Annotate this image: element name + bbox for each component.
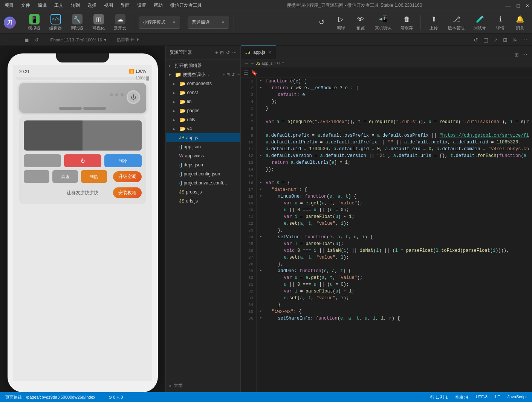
fold-12[interactable]: ▾	[260, 152, 266, 159]
back-button[interactable]: ←	[3, 36, 11, 44]
tab-close-button[interactable]: ×	[268, 49, 271, 55]
test-action[interactable]: 🧪 测试号	[471, 12, 489, 32]
collapse-icon[interactable]: ⋯	[232, 50, 237, 55]
folder-lib[interactable]: ▸ 📂 lib	[166, 97, 241, 106]
file-project-config[interactable]: {} project.config.json	[166, 169, 241, 178]
more-icon[interactable]: ⋯	[521, 36, 529, 44]
code-content[interactable]: ▾ ▾ ▾	[257, 78, 532, 392]
menu-file[interactable]: 文件	[20, 2, 32, 9]
menu-settings[interactable]: 设置	[136, 2, 148, 9]
real-debug-action[interactable]: 📲 真机调试	[372, 12, 394, 32]
file-deps-json[interactable]: {} deps.json	[166, 160, 241, 169]
clear-cache-action[interactable]: 🗑 清缓存	[397, 12, 416, 32]
add-file-icon[interactable]: +	[223, 72, 225, 77]
debugger-tool[interactable]: 🔧 调试器	[68, 12, 86, 32]
breadcrumb-nav-fwd[interactable]: →	[250, 61, 254, 65]
install-badge[interactable]: 安装教程	[113, 187, 142, 198]
folder-v4[interactable]: ▸ 📂 v4	[166, 124, 241, 133]
more-project-icon[interactable]: ⋯	[236, 72, 240, 77]
folder-utils[interactable]: ▸ 📂 utils	[166, 115, 241, 124]
open-editors-section[interactable]: ▸ 打开的编辑器	[166, 61, 241, 70]
status-encoding[interactable]: UTF-8	[474, 394, 489, 400]
forward-button[interactable]: →	[13, 36, 21, 44]
ac-btn-gray-2[interactable]	[24, 170, 49, 183]
status-errors[interactable]: ⊘ 0 △ 0	[107, 395, 124, 400]
device-label[interactable]: iPhone 12/13 (Pro) 100% 16 ▼	[47, 38, 110, 42]
maximize-button[interactable]: □	[517, 3, 520, 9]
fold-17[interactable]: ▾	[260, 186, 266, 193]
menu-tools[interactable]: 工具	[53, 2, 65, 9]
ac-heat-btn[interactable]: 制热	[81, 170, 107, 183]
qr-icon[interactable]: ⊞	[501, 36, 509, 44]
editor-tool[interactable]: </> 编辑器	[46, 12, 65, 32]
add-folder-icon[interactable]: ⊞	[226, 72, 230, 77]
project-root[interactable]: ▾ 📁 便携空调小... + ⊞ ↺ ⋯	[166, 70, 241, 79]
fold-2[interactable]: ▾	[260, 85, 266, 91]
menu-select[interactable]: 选择	[86, 2, 98, 9]
preview-action[interactable]: 👁 预览	[352, 12, 369, 32]
user-avatar[interactable]: 刀	[4, 17, 16, 29]
code-editor[interactable]: 1 2 3 4 5 6 7 8 9 10 11 12 13 14 15 16 1…	[241, 78, 532, 392]
refresh-files-icon[interactable]: ↺	[226, 50, 230, 55]
menu-goto[interactable]: 转到	[69, 2, 81, 9]
refresh-project-icon[interactable]: ↺	[231, 72, 235, 77]
format-icon[interactable]: ☰	[244, 70, 249, 76]
upload-action[interactable]: ⬆ 上传	[425, 12, 442, 32]
status-spaces[interactable]: 空格: 4	[454, 394, 469, 400]
status-language[interactable]: JavaScript	[506, 394, 528, 400]
status-path[interactable]: 页面路径：/pages/cbygz9da3j50000dw26g/index	[4, 394, 97, 400]
menu-interface[interactable]: 界面	[119, 2, 131, 9]
folder-pages[interactable]: ▸ 📂 pages	[166, 106, 241, 115]
file-props-js[interactable]: JS props.js	[166, 187, 241, 196]
file-app-js[interactable]: JS app.js	[166, 133, 241, 142]
new-file-icon[interactable]: +	[215, 50, 218, 55]
fold-16[interactable]: ▾	[260, 180, 266, 186]
menu-devtools[interactable]: 微信开发者工具	[169, 2, 203, 9]
breadcrumb-nav-back[interactable]: ←	[245, 61, 249, 65]
rotate-icon[interactable]: ↺	[472, 36, 480, 44]
mode-dropdown[interactable]: 小程序模式 ▼	[139, 17, 180, 29]
cloud-tool[interactable]: ☁ 云开发	[111, 12, 129, 32]
fold-24[interactable]: ▾	[260, 234, 266, 241]
version-action[interactable]: ⎇ 版本管理	[445, 12, 468, 32]
visualize-tool[interactable]: ◫ 可视化	[89, 12, 108, 32]
file-project-private[interactable]: {} project.private.config.js...	[166, 178, 241, 187]
simulator-tool[interactable]: 📱 模拟器	[25, 12, 43, 32]
close-button[interactable]: ×	[526, 3, 529, 9]
details-action[interactable]: ℹ 详情	[492, 12, 509, 32]
fold-36[interactable]: ▾	[260, 315, 266, 322]
screenshot-icon[interactable]: ◫	[482, 36, 490, 44]
new-folder-icon[interactable]: ⊞	[220, 50, 224, 55]
fold-1[interactable]: ▾	[260, 78, 266, 85]
ac-cool-btn[interactable]: 制冷	[104, 154, 142, 167]
menu-view[interactable]: 视图	[102, 2, 115, 9]
stop-button[interactable]: ◼	[23, 36, 31, 44]
menu-edit[interactable]: 编辑	[36, 2, 48, 9]
folder-const[interactable]: ▸ 📂 const	[166, 88, 241, 97]
hot-reload-label[interactable]: 热重载 开 ▼	[114, 37, 143, 43]
upgrade-badge[interactable]: 升级空调	[113, 171, 142, 182]
ac-wind-btn[interactable]: 风速	[52, 170, 78, 183]
code-text-area[interactable]: function e(e) { return e && e.__esModule…	[266, 78, 529, 322]
file-app-json[interactable]: {} app.json	[166, 142, 241, 151]
fold-35[interactable]: ▾	[260, 308, 266, 315]
fold-18[interactable]: ▾	[260, 193, 266, 200]
status-row-col[interactable]: 行 1, 列 1	[429, 394, 449, 400]
file-app-wxss[interactable]: W app.wxss	[166, 151, 241, 160]
share-icon[interactable]: ↗	[491, 36, 500, 44]
outline-panel[interactable]: ▸ 大纲	[166, 379, 241, 392]
refresh-button[interactable]: ↺	[32, 36, 41, 44]
tab-app-js[interactable]: JS app.js ×	[241, 46, 276, 59]
ac-power-btn[interactable]: ⏻	[64, 154, 101, 167]
menu-help[interactable]: 帮助	[152, 2, 164, 9]
compile-dropdown[interactable]: 普通编译 ▼	[188, 17, 229, 29]
compile-action[interactable]: ▷ 编译	[333, 12, 349, 32]
menu-project[interactable]: 项目	[3, 2, 15, 9]
fold-29[interactable]: ▾	[260, 268, 266, 274]
minimize-button[interactable]: —	[505, 3, 511, 9]
more-tabs-button[interactable]: ⋯	[521, 50, 529, 59]
split-editor-button[interactable]: ⊞	[512, 50, 521, 59]
refresh-action[interactable]: ↺	[313, 15, 330, 30]
bookmark-icon[interactable]: 🔖	[251, 70, 257, 76]
copy-icon[interactable]: ⎘	[511, 36, 519, 44]
